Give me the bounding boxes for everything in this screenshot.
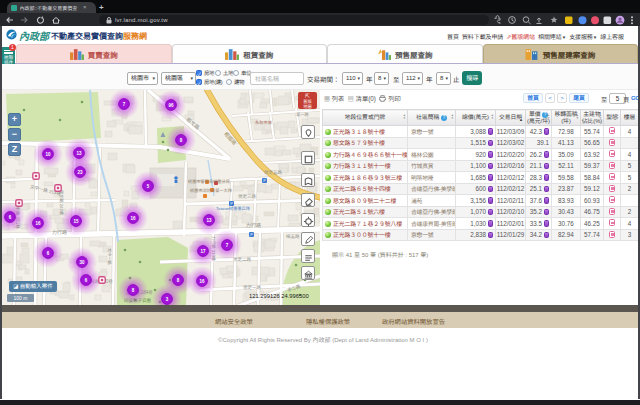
svg-text:力行路: 力行路 [246, 222, 261, 228]
svg-text:保定五路: 保定五路 [264, 170, 282, 175]
svg-text:13: 13 [206, 218, 212, 223]
svg-text:第一路: 第一路 [296, 112, 309, 117]
svg-text:30: 30 [79, 260, 85, 265]
svg-text:文中一路: 文中一路 [107, 248, 112, 266]
svg-text:16: 16 [35, 221, 41, 226]
svg-text:保定三路: 保定三路 [238, 194, 256, 199]
svg-text:15: 15 [73, 219, 79, 224]
svg-text:13: 13 [76, 151, 82, 156]
svg-text:17: 17 [200, 249, 206, 254]
svg-text:96: 96 [168, 103, 174, 108]
svg-text:梅五路: 梅五路 [286, 234, 300, 239]
svg-text:16: 16 [130, 216, 136, 221]
svg-text:23: 23 [77, 170, 83, 175]
svg-text:保定二路: 保定二路 [233, 257, 251, 262]
svg-text:永和市場: 永和市場 [255, 120, 273, 125]
svg-text:16: 16 [199, 279, 205, 284]
svg-text:Taiwan桃園憲兵隊: Taiwan桃園憲兵隊 [216, 206, 251, 211]
svg-text:桃園市警察局桃園分局: 桃園市警察局桃園分局 [188, 179, 230, 184]
svg-text:P: P [250, 232, 253, 237]
svg-text:桃園市消防局第一大隊: 桃園市消防局第一大隊 [190, 188, 233, 193]
svg-text:P: P [263, 178, 266, 183]
svg-text:慈文路 242巷: 慈文路 242巷 [59, 190, 64, 216]
svg-text:保定一路: 保定一路 [243, 285, 261, 290]
svg-text:10: 10 [45, 152, 51, 157]
